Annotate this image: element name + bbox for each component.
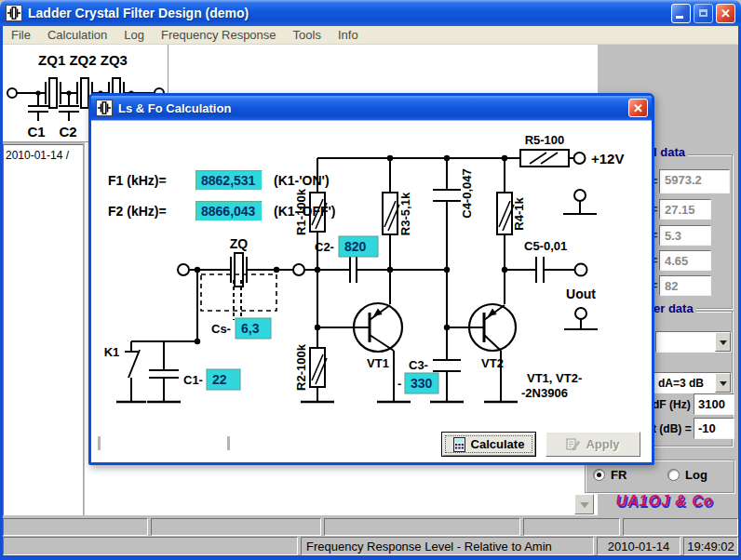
fr-radio-label[interactable]: FR bbox=[611, 468, 626, 482]
status-date: 2010-01-14 bbox=[597, 537, 680, 555]
arrow-down-icon bbox=[580, 502, 589, 513]
mini-label-c2: C2 bbox=[59, 124, 76, 140]
capacitor-c2 bbox=[350, 257, 357, 283]
log-listbox[interactable]: 2010-01-14 / bbox=[3, 144, 84, 515]
scrollbar-down-button[interactable] bbox=[574, 494, 594, 514]
c1-label: C1- bbox=[183, 373, 203, 387]
log-radio-label[interactable]: Log bbox=[685, 468, 707, 482]
mini-label-c1: C1 bbox=[27, 124, 45, 140]
apply-button-label: Apply bbox=[586, 437, 619, 451]
filter-type-value bbox=[656, 332, 715, 352]
status-cell-empty bbox=[3, 537, 298, 555]
crystal-data-heading: l data bbox=[651, 145, 688, 159]
uout-label: Uout bbox=[566, 287, 596, 301]
att-input[interactable]: -10 bbox=[694, 418, 734, 439]
dialog-body: 6,3 22 820 330 ZQ Cs- C1- C2- bbox=[91, 120, 652, 462]
menu-file[interactable]: File bbox=[3, 28, 39, 42]
crystal-value-field-2[interactable]: 27.15 bbox=[659, 199, 711, 220]
filter-type-combobox[interactable] bbox=[655, 331, 732, 353]
bottom-cell bbox=[324, 518, 520, 536]
f1-input[interactable]: 8862,531 bbox=[195, 170, 263, 191]
c5-label: C5-0,01 bbox=[524, 239, 567, 253]
svg-text:330[interactable]: 330 bbox=[411, 376, 433, 391]
att-label: t (dB) = bbox=[653, 422, 692, 435]
f2-input[interactable]: 8866,043 bbox=[195, 201, 263, 221]
apply-button[interactable]: Apply bbox=[546, 432, 640, 457]
apply-write-icon bbox=[566, 437, 580, 451]
supply-label: +12V bbox=[591, 151, 624, 167]
r4-label: R4-1k bbox=[512, 197, 526, 231]
crystal-value-field-1[interactable]: 5973.2 bbox=[659, 169, 730, 193]
fr-radio[interactable] bbox=[593, 469, 605, 481]
c4-label: C4-0,047 bbox=[460, 168, 474, 218]
c1-value-box[interactable]: 22 bbox=[207, 369, 240, 390]
r2-label: R2-100k bbox=[294, 343, 308, 391]
cs-label: Cs- bbox=[211, 322, 231, 336]
f1-row: F1 (kHz)= 8862,531 (K1-'ON') bbox=[108, 170, 434, 191]
calculator-icon bbox=[453, 437, 465, 452]
combobox-dropdown-button[interactable] bbox=[715, 373, 731, 393]
bottom-panel-row bbox=[3, 518, 738, 536]
c2-label: C2- bbox=[315, 240, 334, 254]
status-bar: Frequency Response Level - Relative to A… bbox=[3, 537, 738, 555]
dialog-close-button[interactable]: ✕ bbox=[628, 99, 648, 117]
transistor-vt2 bbox=[447, 304, 516, 402]
bottom-cell bbox=[151, 518, 321, 536]
minimize-button[interactable] bbox=[671, 4, 691, 23]
crystal-value-field-4[interactable]: 4.65 bbox=[659, 250, 711, 271]
divider bbox=[98, 436, 101, 450]
f1-note: (K1-'ON') bbox=[274, 173, 330, 188]
crystal-value-field-5[interactable]: 82 bbox=[659, 275, 711, 296]
ls-fo-calculation-dialog: Ls & Fo Calculation ✕ bbox=[88, 93, 654, 465]
dialog-title: Ls & Fo Calculation bbox=[118, 101, 231, 115]
svg-text:22[interactable]: 22 bbox=[212, 372, 227, 387]
zq-label: ZQ bbox=[230, 236, 249, 251]
svg-text:820[interactable]: 820 bbox=[344, 239, 367, 254]
vt-note-line2: -2N3906 bbox=[521, 386, 568, 400]
author-logo: UA1OJ & Co bbox=[601, 493, 728, 510]
capacitor-c1-branch bbox=[149, 341, 179, 402]
calculate-button[interactable]: Calculate bbox=[441, 432, 536, 457]
cs-value-box[interactable]: 6,3 bbox=[236, 318, 271, 339]
window-title: Ladder Crystal Filter Design (demo) bbox=[28, 6, 249, 20]
f2-label: F2 (kHz)= bbox=[108, 204, 167, 219]
dialog-title-bar[interactable]: Ls & Fo Calculation ✕ bbox=[91, 96, 652, 120]
supply-rail bbox=[317, 150, 586, 167]
svg-text:6,3[interactable]: 6,3 bbox=[241, 321, 260, 336]
menu-bar: File Calculation Log Frequency Response … bbox=[3, 26, 738, 45]
c3-value-box[interactable]: 330 bbox=[405, 373, 438, 393]
maximize-button[interactable] bbox=[694, 4, 713, 23]
menu-log[interactable]: Log bbox=[115, 28, 153, 42]
status-message: Frequency Response Level - Relative to A… bbox=[301, 537, 594, 555]
r5-label: R5-100 bbox=[525, 133, 565, 147]
c3-label: C3- bbox=[409, 358, 428, 372]
title-bar[interactable]: Ladder Crystal Filter Design (demo) ✕ bbox=[0, 0, 741, 26]
bottom-cell bbox=[623, 518, 738, 536]
vt-note-line1: VT1, VT2- bbox=[527, 371, 582, 385]
da-combobox[interactable]: dA=3 dB bbox=[653, 372, 732, 393]
c2-value-box[interactable]: 820 bbox=[339, 236, 378, 257]
dialog-crystal-icon bbox=[96, 100, 113, 116]
combobox-dropdown-button[interactable] bbox=[715, 332, 731, 352]
menu-calculation[interactable]: Calculation bbox=[39, 28, 115, 42]
f1-label: F1 (kHz)= bbox=[108, 173, 167, 188]
k1-label: K1 bbox=[104, 345, 120, 359]
capacitor-c4-c3-branch bbox=[433, 158, 461, 402]
f2-row: F2 (kHz)= 8866,043 (K1-'OFF') bbox=[108, 201, 434, 221]
status-time: 19:49:02 bbox=[683, 537, 738, 555]
calculate-button-label: Calculate bbox=[471, 437, 525, 451]
menu-frequency-response[interactable]: Frequency Response bbox=[153, 28, 285, 42]
crystal-value-field-3[interactable]: 5.3 bbox=[659, 225, 711, 246]
bottom-cell bbox=[523, 518, 620, 536]
menu-tools[interactable]: Tools bbox=[285, 28, 330, 42]
window-edge-bottom bbox=[0, 555, 741, 560]
vt1-label: VT1 bbox=[367, 356, 389, 370]
bottom-cell bbox=[3, 518, 148, 536]
log-radio[interactable] bbox=[667, 469, 680, 481]
menu-info[interactable]: Info bbox=[330, 28, 367, 42]
close-button[interactable]: ✕ bbox=[716, 4, 735, 23]
df-input[interactable]: 3100 bbox=[694, 393, 734, 415]
app-crystal-icon bbox=[6, 5, 22, 21]
divider bbox=[227, 436, 230, 450]
log-list-item[interactable]: 2010-01-14 / bbox=[4, 145, 83, 166]
